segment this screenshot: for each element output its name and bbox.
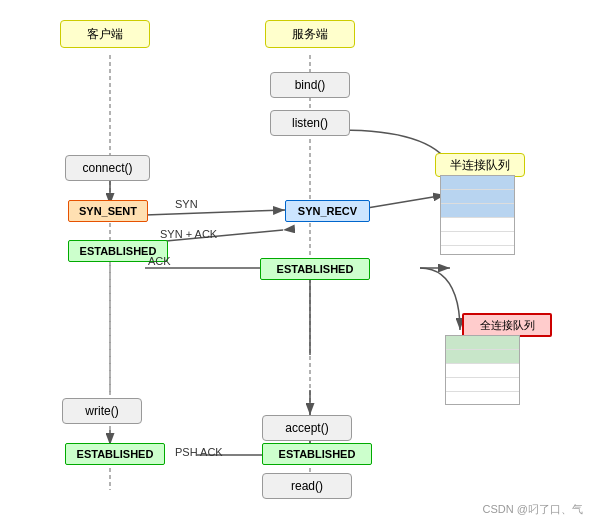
listen-box: listen() [270, 110, 350, 136]
watermark: CSDN @叼了口、气 [483, 502, 583, 517]
syn-ack-label: SYN + ACK [160, 228, 217, 240]
half-queue-visual [440, 175, 515, 255]
server-label: 服务端 [265, 20, 355, 48]
bind-box: bind() [270, 72, 350, 98]
half-queue-label: 半连接队列 [435, 153, 525, 177]
connect-box: connect() [65, 155, 150, 181]
read-box: read() [262, 473, 352, 499]
established-write-box: ESTABLISHED [65, 443, 165, 465]
established-psh-box: ESTABLISHED [262, 443, 372, 465]
full-queue-label: 全连接队列 [462, 313, 552, 337]
client-label: 客户端 [60, 20, 150, 48]
write-box: write() [62, 398, 142, 424]
ack-label: ACK [148, 255, 171, 267]
syn-label: SYN [175, 198, 198, 210]
syn-recv-box: SYN_RECV [285, 200, 370, 222]
psh-ack-label: PSH ACK [175, 446, 223, 458]
established-server-box: ESTABLISHED [260, 258, 370, 280]
accept-box: accept() [262, 415, 352, 441]
svg-line-5 [145, 210, 285, 215]
full-queue-visual [445, 335, 520, 405]
syn-sent-box: SYN_SENT [68, 200, 148, 222]
diagram: 客户端 服务端 bind() listen() 半连接队列 connect() … [0, 0, 593, 525]
